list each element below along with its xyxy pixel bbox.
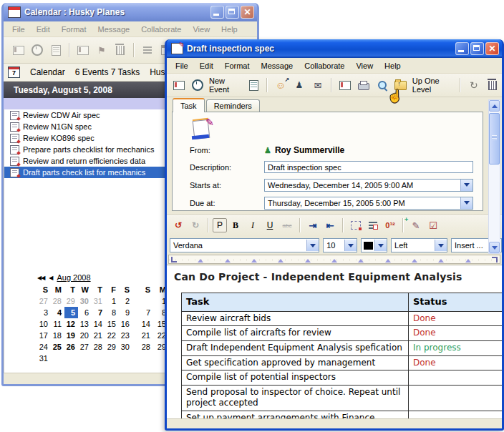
calendar-day[interactable] [119,353,132,364]
menu-view[interactable]: View [187,24,215,35]
close-button[interactable] [241,6,254,19]
menu-edit[interactable]: Edit [194,60,219,72]
status-cell[interactable]: Done [409,326,503,341]
column-header-task[interactable]: Task [182,293,409,312]
task-cell[interactable]: Set up payment arrangements with Finance [182,411,409,418]
calendar-day[interactable]: 29 [105,341,119,353]
select-cells-button[interactable] [347,218,364,232]
align-select[interactable]: Left [391,238,447,252]
calendar-day[interactable]: 10 [37,318,51,330]
print-icon[interactable] [354,77,373,93]
calendar-day[interactable] [137,295,153,307]
new-event-label[interactable]: New Event [207,77,244,94]
calendar-day[interactable]: 14 [92,318,105,330]
month-label[interactable]: Aug 2008 [57,273,90,282]
tab-stop-marker[interactable] [198,256,203,262]
status-cell[interactable]: In progress [409,341,503,356]
calendar-day[interactable]: 25 [51,341,64,353]
vertical-scrollbar[interactable] [488,99,500,254]
paragraph-button[interactable]: P [213,218,227,232]
bold-button[interactable]: B [227,218,244,232]
tab-stop-marker[interactable] [412,256,417,262]
maximize-button[interactable] [226,6,239,19]
menu-view[interactable]: View [350,60,379,72]
redo-button[interactable]: ↻ [187,218,204,232]
delete-icon[interactable] [111,42,130,58]
task-cell[interactable]: Get specification approved by management [182,355,409,370]
flag-icon[interactable]: ⚑ [92,42,111,58]
calendar-day[interactable]: 18 [51,330,64,341]
calendar-day[interactable]: 23 [119,330,132,341]
status-cell[interactable] [409,370,503,386]
calendar-day[interactable]: 7 [137,307,153,318]
tab-reminders[interactable]: Reminders [206,99,260,112]
calendar-day[interactable] [92,353,105,364]
calendar-day[interactable]: 29 [64,295,78,307]
task-cell[interactable]: Draft Independent Equipment Analysis spe… [182,341,409,356]
tab-stop-marker[interactable] [465,256,471,262]
calendar-day[interactable]: 28 [92,341,105,353]
minimize-button[interactable] [210,6,224,19]
undo-button[interactable]: ↺ [170,218,187,232]
spellcheck-button[interactable]: ☑ [425,218,442,232]
redirect-icon[interactable]: ☺ [271,77,290,93]
indent-button[interactable]: ⇥ [304,218,321,232]
ruler[interactable] [168,255,500,264]
tab-stop-marker[interactable] [278,256,284,262]
calendar-day[interactable]: 31 [92,295,105,307]
strikethrough-button[interactable]: abc [278,218,296,232]
maximize-button[interactable] [470,42,484,55]
calendar-day[interactable]: 17 [37,330,51,341]
from-value[interactable]: ♟ Roy Summerville [264,145,344,155]
chevron-down-icon[interactable] [435,240,447,251]
indent-marker-left[interactable] [171,257,177,262]
status-cell[interactable] [409,385,503,411]
calendar-day[interactable]: 11 [51,318,64,330]
calendar-day[interactable]: 8 [105,307,119,318]
scrollbar-thumb[interactable] [489,113,500,165]
italic-button[interactable]: I [244,218,261,232]
list-view-icon[interactable] [138,42,157,58]
due-at-select[interactable]: Thursday, December 15, 2005 5:00 PM [264,197,473,210]
menu-format[interactable]: Format [219,60,256,72]
calendar-day[interactable]: 4 [51,307,64,318]
task-cell[interactable]: Review aircraft bids [182,311,409,326]
calendar-titlebar[interactable]: Calendar : Husky Planes [4,3,257,21]
calendar-day[interactable]: 28 [137,341,153,353]
delete-icon[interactable] [483,77,502,93]
status-cell[interactable]: Done [409,311,503,326]
calendar-day[interactable]: 30 [78,295,92,307]
menu-message[interactable]: Message [256,60,299,72]
menu-collaborate[interactable]: Collaborate [135,24,187,35]
calendar-day[interactable]: 16 [119,318,132,330]
chevron-down-icon[interactable] [460,180,472,191]
calendar-day[interactable]: 22 [105,330,119,341]
menu-file[interactable]: File [6,24,31,35]
menu-edit[interactable]: Edit [31,24,56,35]
calendar-day[interactable]: 15 [105,318,119,330]
calendar-day[interactable]: 26 [64,341,78,353]
up-one-level-label[interactable]: Up One Level [410,77,456,94]
tab-stop-marker[interactable] [385,256,391,262]
calendar-day[interactable]: 12 [64,318,78,330]
calendar-day[interactable]: 1 [105,295,119,307]
task-cell[interactable]: Send proposal to inspector of choice. Re… [182,385,409,411]
calendar-day[interactable] [105,353,119,364]
underline-button[interactable]: U [261,218,278,232]
tab-stop-marker[interactable] [331,256,337,262]
calendar-day-selected[interactable]: 5 [64,307,78,318]
menu-format[interactable]: Format [56,24,92,35]
new-message-icon[interactable] [9,42,28,58]
mail-icon[interactable]: ✉ [309,77,327,93]
minimize-button[interactable] [455,42,469,55]
status-cell[interactable] [409,411,503,418]
chevron-down-icon[interactable] [374,240,387,251]
prev-month-button[interactable]: ◀ [49,275,52,281]
calendar-day[interactable]: 14 [137,318,153,330]
chevron-down-icon[interactable] [460,197,472,209]
calendar-day[interactable]: 2 [119,295,132,307]
calendar-day[interactable]: 7 [92,307,105,318]
menu-message[interactable]: Message [92,24,136,35]
tab-stop-marker[interactable] [438,256,444,262]
document-title[interactable]: Can Do Project - Independent Equipment A… [174,271,495,283]
